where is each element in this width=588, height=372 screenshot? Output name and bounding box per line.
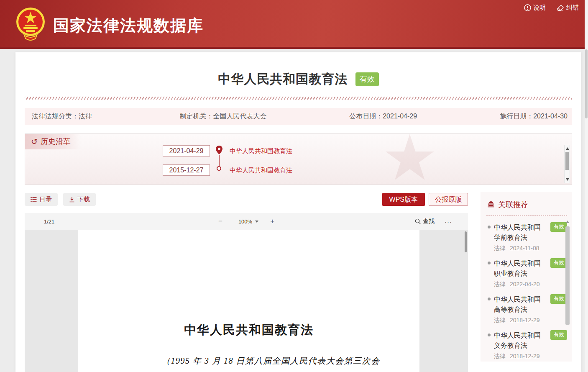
pdf-scroll-thumb[interactable] <box>465 231 467 252</box>
related-item-preschool[interactable]: 中华人民共和国学前教育法 有效 法律2024-11-08 <box>486 216 572 252</box>
timeline-date-2021[interactable]: 2021-04-29 <box>163 145 210 156</box>
timeline-pin-icon <box>215 145 223 155</box>
meta-publish-date: 公布日期：2021-04-29 <box>342 112 493 121</box>
history-section: ↺ 历史沿革 2021-04-29 中华人民共和国教育法 2015-12-27 … <box>25 133 572 185</box>
striped-divider <box>25 97 572 100</box>
scroll-up-arrow-icon[interactable] <box>566 221 569 223</box>
meta-authority: 制定机关：全国人民代表大会 <box>172 112 342 121</box>
bullet-icon <box>488 298 491 300</box>
timeline-item-2015[interactable]: 中华人民共和国教育法 <box>230 167 292 174</box>
correction-link[interactable]: 纠错 <box>557 4 579 12</box>
zoom-level[interactable]: 100% <box>238 218 252 225</box>
header-nav: 说明 纠错 <box>524 4 579 12</box>
sidebar-scroll-thumb[interactable] <box>565 226 570 325</box>
help-link[interactable]: 说明 <box>524 4 546 12</box>
browser-scrollbar <box>585 0 588 372</box>
history-scroll-thumb[interactable] <box>565 152 569 170</box>
timeline-item-2021[interactable]: 中华人民共和国教育法 <box>230 147 292 155</box>
zoom-out-button[interactable]: − <box>217 217 224 226</box>
download-button[interactable]: 下载 <box>63 193 96 206</box>
more-options-button[interactable]: ··· <box>445 218 452 225</box>
status-badge: 有效 <box>550 258 567 268</box>
status-badge: 有效 <box>550 222 567 232</box>
download-icon <box>69 197 75 203</box>
pdf-content-area[interactable]: 中华人民共和国教育法 （1995 年 3 月 18 日第八届全国人民代表大会第三… <box>25 230 468 372</box>
law-title: 中华人民共和国教育法 <box>218 71 348 88</box>
related-list: 中华人民共和国学前教育法 有效 法律2024-11-08 中华人民共和国职业教育… <box>486 216 572 360</box>
list-icon <box>31 197 37 202</box>
gazette-original-button[interactable]: 公报原版 <box>429 193 468 206</box>
national-emblem-icon <box>16 5 45 42</box>
history-scrollbar <box>564 145 570 183</box>
timeline-date-2015[interactable]: 2015-12-27 <box>163 164 210 176</box>
status-badge: 有效 <box>550 294 567 304</box>
chevron-down-icon[interactable] <box>255 221 258 223</box>
status-badge: 有效 <box>355 72 379 86</box>
meta-effective-date: 施行日期：2021-04-30 <box>493 112 572 121</box>
eraser-icon <box>557 5 564 11</box>
scroll-down-arrow-icon[interactable] <box>566 178 569 181</box>
scroll-up-arrow-icon[interactable] <box>566 147 569 150</box>
find-button[interactable]: 查找 <box>415 218 435 225</box>
law-meta-bar: 法律法规分类：法律 制定机关：全国人民代表大会 公布日期：2021-04-29 … <box>25 108 572 125</box>
related-title: 关联推荐 <box>486 196 567 216</box>
catalog-button[interactable]: 目录 <box>25 193 58 206</box>
pdf-toolbar: 1/21 − 100% + 查找 ·· <box>25 213 468 230</box>
sidebar-scrollbar <box>565 220 570 359</box>
timeline-connector <box>219 155 220 166</box>
document-title: 中华人民共和国教育法 <box>78 322 419 339</box>
document-paragraph-line1: （1995 年 3 月 18 日第八届全国人民代表大会第三次会 <box>162 355 380 367</box>
page-indicator: 1/21 <box>44 218 54 225</box>
zoom-in-button[interactable]: + <box>268 217 276 226</box>
bullet-icon <box>488 334 491 336</box>
related-sidebar: 关联推荐 中华人民共和国学前教育法 有效 法律2024-11-08 中华人民共和… <box>481 192 572 362</box>
info-icon <box>524 4 531 11</box>
bullet-icon <box>488 226 491 228</box>
bell-icon <box>487 201 495 208</box>
search-icon <box>415 218 421 225</box>
history-icon: ↺ <box>31 138 38 146</box>
timeline-circle-marker <box>217 166 221 171</box>
pdf-viewer: 1/21 − 100% + 查找 ·· <box>25 213 468 372</box>
related-item-vocational[interactable]: 中华人民共和国职业教育法 有效 法律2022-04-20 <box>486 252 572 288</box>
meta-category: 法律法规分类：法律 <box>25 112 172 121</box>
site-title: 国家法律法规数据库 <box>53 15 204 36</box>
main-panel: 中华人民共和国教育法 有效 法律法规分类：法律 制定机关：全国人民代表大会 公布… <box>15 52 581 372</box>
browser-scroll-thumb[interactable] <box>585 49 588 118</box>
bullet-icon <box>488 262 491 264</box>
pdf-page: 中华人民共和国教育法 （1995 年 3 月 18 日第八届全国人民代表大会第三… <box>78 230 419 372</box>
site-header: 国家法律法规数据库 说明 纠错 <box>0 0 588 49</box>
wps-version-button[interactable]: WPS版本 <box>382 193 425 206</box>
related-item-higher[interactable]: 中华人民共和国高等教育法 有效 法律2018-12-29 <box>486 288 572 324</box>
zoom-controls: − 100% + <box>217 217 276 226</box>
related-item-compulsory[interactable]: 中华人民共和国义务教育法 有效 法律2018-12-29 <box>486 324 572 360</box>
history-section-title: ↺ 历史沿革 <box>25 134 81 149</box>
status-badge: 有效 <box>550 330 567 340</box>
